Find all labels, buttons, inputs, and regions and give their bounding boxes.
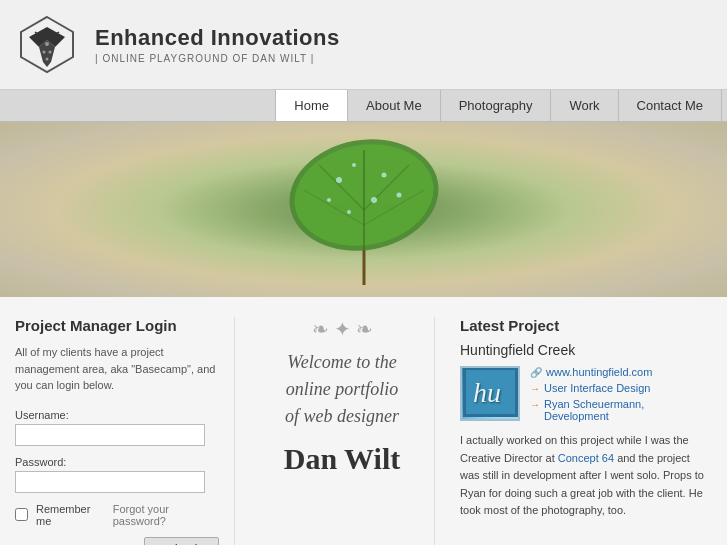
username-input[interactable] — [15, 424, 205, 446]
login-title: Project Manager Login — [15, 317, 219, 334]
latest-section: Latest Project Huntingfield Creek hu 🔗 w… — [450, 317, 712, 545]
login-description: All of my clients have a project managem… — [15, 344, 219, 394]
svg-point-8 — [46, 58, 49, 61]
welcome-line3: of web designer — [285, 406, 399, 426]
project-url-link[interactable]: 🔗 www.huntingfield.com — [530, 366, 652, 378]
svg-point-18 — [352, 163, 356, 167]
welcome-name: Dan Wilt — [260, 442, 424, 476]
svg-point-19 — [371, 197, 377, 203]
site-subtitle: | ONLINE PLAYGROUND OF DAN WILT | — [95, 53, 340, 64]
hero-leaf-icon — [264, 130, 464, 290]
username-label: Username: — [15, 409, 219, 421]
remember-checkbox[interactable] — [15, 508, 28, 521]
project-dev-link[interactable]: → Ryan Scheuermann, Development — [530, 398, 652, 422]
project-top-row: hu 🔗 www.huntingfield.com → User Interfa… — [460, 366, 712, 422]
svg-text:hu: hu — [473, 377, 501, 408]
hero-image — [0, 122, 727, 297]
welcome-section: ❧ ✦ ❧ Welcome to the online portfolio of… — [250, 317, 435, 545]
login-button[interactable]: → Login — [144, 537, 219, 546]
project-ui-link[interactable]: → User Interface Design — [530, 382, 652, 394]
project-ui-text: User Interface Design — [544, 382, 650, 394]
hero-banner — [0, 122, 727, 297]
concept64-link[interactable]: Concept 64 — [558, 452, 614, 464]
svg-point-7 — [49, 51, 52, 54]
main-content: Project Manager Login All of my clients … — [0, 297, 727, 545]
welcome-line1: Welcome to the — [287, 352, 396, 372]
project-thumbnail: hu — [460, 366, 520, 421]
welcome-line2: online portfolio — [286, 379, 399, 399]
project-description: I actually worked on this project while … — [460, 432, 712, 520]
arrow-icon-1: → — [530, 383, 540, 394]
welcome-ornament-icon: ❧ ✦ ❧ — [260, 317, 424, 341]
project-url-text: www.huntingfield.com — [546, 366, 652, 378]
password-input[interactable] — [15, 471, 205, 493]
navigation: Home About Me Photography Work Contact M… — [0, 90, 727, 122]
nav-about-me[interactable]: About Me — [347, 90, 440, 121]
svg-point-6 — [43, 51, 46, 54]
arrow-icon-2: → — [530, 399, 540, 410]
login-button-row: → Login — [15, 537, 219, 546]
site-title-block: Enhanced Innovations | ONLINE PLAYGROUND… — [95, 25, 340, 64]
thumb-label: hu — [463, 367, 518, 421]
nav-work[interactable]: Work — [550, 90, 617, 121]
nav-photography[interactable]: Photography — [440, 90, 551, 121]
forgot-password-link[interactable]: Forgot your password? — [113, 503, 219, 527]
project-links: 🔗 www.huntingfield.com → User Interface … — [530, 366, 652, 422]
welcome-text: Welcome to the online portfolio of web d… — [260, 349, 424, 430]
remember-label: Remember me — [36, 503, 105, 527]
password-label: Password: — [15, 456, 219, 468]
site-title: Enhanced Innovations — [95, 25, 340, 51]
svg-point-17 — [381, 172, 386, 177]
latest-project-title: Latest Project — [460, 317, 712, 334]
project-dev-text: Ryan Scheuermann, Development — [544, 398, 644, 422]
svg-point-16 — [336, 177, 342, 183]
nav-home[interactable]: Home — [275, 90, 347, 121]
site-header: Enhanced Innovations | ONLINE PLAYGROUND… — [0, 0, 727, 90]
remember-row: Remember me Forgot your password? — [15, 503, 219, 527]
svg-point-22 — [347, 210, 351, 214]
project-name: Huntingfield Creek — [460, 342, 712, 358]
nav-contact-me[interactable]: Contact Me — [618, 90, 722, 121]
svg-point-20 — [327, 198, 331, 202]
logo-icon — [15, 12, 80, 77]
svg-point-21 — [396, 192, 401, 197]
link-icon: 🔗 — [530, 367, 542, 378]
login-section: Project Manager Login All of my clients … — [15, 317, 235, 545]
svg-point-5 — [45, 42, 49, 46]
